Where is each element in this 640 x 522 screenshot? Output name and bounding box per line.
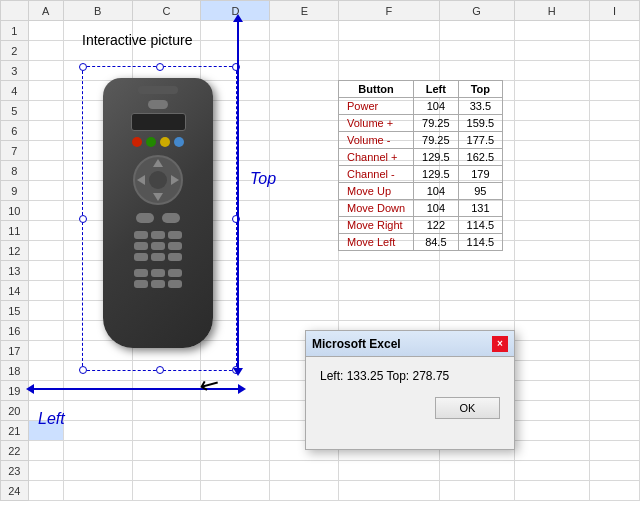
row-header-6[interactable]: 6 xyxy=(1,121,29,141)
cell-d21[interactable] xyxy=(201,421,270,441)
cell-e10[interactable] xyxy=(270,201,339,221)
cell-h12[interactable] xyxy=(514,241,589,261)
cell-c24[interactable] xyxy=(132,481,201,501)
cell-a18[interactable] xyxy=(28,361,63,381)
cell-e6[interactable] xyxy=(270,121,339,141)
cell-i2[interactable] xyxy=(589,41,639,61)
row-header-16[interactable]: 16 xyxy=(1,321,29,341)
cell-h10[interactable] xyxy=(514,201,589,221)
cell-e14[interactable] xyxy=(270,281,339,301)
cell-f2[interactable] xyxy=(339,41,439,61)
row-header-14[interactable]: 14 xyxy=(1,281,29,301)
row-header-18[interactable]: 18 xyxy=(1,361,29,381)
row-header-23[interactable]: 23 xyxy=(1,461,29,481)
cell-b20[interactable] xyxy=(63,401,132,421)
row-header-19[interactable]: 19 xyxy=(1,381,29,401)
cell-d1[interactable] xyxy=(201,21,270,41)
cell-c20[interactable] xyxy=(132,401,201,421)
cell-b21[interactable] xyxy=(63,421,132,441)
cell-a24[interactable] xyxy=(28,481,63,501)
row-header-17[interactable]: 17 xyxy=(1,341,29,361)
cell-g3[interactable] xyxy=(439,61,514,81)
cell-a15[interactable] xyxy=(28,301,63,321)
cell-h4[interactable] xyxy=(514,81,589,101)
col-header-b[interactable]: B xyxy=(63,1,132,21)
dialog-close-button[interactable]: × xyxy=(492,336,508,352)
cell-h16[interactable] xyxy=(514,321,589,341)
row-header-15[interactable]: 15 xyxy=(1,301,29,321)
cell-b19[interactable] xyxy=(63,381,132,401)
cell-f14[interactable] xyxy=(339,281,439,301)
row-header-21[interactable]: 21 xyxy=(1,421,29,441)
row-header-10[interactable]: 10 xyxy=(1,201,29,221)
cell-e9[interactable] xyxy=(270,181,339,201)
cell-a6[interactable] xyxy=(28,121,63,141)
cell-i4[interactable] xyxy=(589,81,639,101)
row-header-24[interactable]: 24 xyxy=(1,481,29,501)
col-header-g[interactable]: G xyxy=(439,1,514,21)
row-header-13[interactable]: 13 xyxy=(1,261,29,281)
cell-i8[interactable] xyxy=(589,161,639,181)
cell-e15[interactable] xyxy=(270,301,339,321)
cell-i10[interactable] xyxy=(589,201,639,221)
row-header-9[interactable]: 9 xyxy=(1,181,29,201)
cell-i13[interactable] xyxy=(589,261,639,281)
cell-i6[interactable] xyxy=(589,121,639,141)
cell-a12[interactable] xyxy=(28,241,63,261)
cell-a7[interactable] xyxy=(28,141,63,161)
cell-f13[interactable] xyxy=(339,261,439,281)
row-header-11[interactable]: 11 xyxy=(1,221,29,241)
cell-h23[interactable] xyxy=(514,461,589,481)
cell-g15[interactable] xyxy=(439,301,514,321)
cell-i1[interactable] xyxy=(589,21,639,41)
cell-b22[interactable] xyxy=(63,441,132,461)
cell-h17[interactable] xyxy=(514,341,589,361)
cell-f15[interactable] xyxy=(339,301,439,321)
cell-h7[interactable] xyxy=(514,141,589,161)
cell-h6[interactable] xyxy=(514,121,589,141)
cell-a4[interactable] xyxy=(28,81,63,101)
cell-e23[interactable] xyxy=(270,461,339,481)
cell-e11[interactable] xyxy=(270,221,339,241)
cell-i11[interactable] xyxy=(589,221,639,241)
row-header-4[interactable]: 4 xyxy=(1,81,29,101)
cell-h1[interactable] xyxy=(514,21,589,41)
cell-b23[interactable] xyxy=(63,461,132,481)
cell-b24[interactable] xyxy=(63,481,132,501)
cell-e12[interactable] xyxy=(270,241,339,261)
cell-g1[interactable] xyxy=(439,21,514,41)
cell-i15[interactable] xyxy=(589,301,639,321)
cell-g2[interactable] xyxy=(439,41,514,61)
cell-a2[interactable] xyxy=(28,41,63,61)
row-header-7[interactable]: 7 xyxy=(1,141,29,161)
cell-a10[interactable] xyxy=(28,201,63,221)
cell-a5[interactable] xyxy=(28,101,63,121)
cell-g14[interactable] xyxy=(439,281,514,301)
cell-d22[interactable] xyxy=(201,441,270,461)
row-header-12[interactable]: 12 xyxy=(1,241,29,261)
cell-i14[interactable] xyxy=(589,281,639,301)
cell-a16[interactable] xyxy=(28,321,63,341)
cell-a22[interactable] xyxy=(28,441,63,461)
cell-c22[interactable] xyxy=(132,441,201,461)
col-header-e[interactable]: E xyxy=(270,1,339,21)
row-header-2[interactable]: 2 xyxy=(1,41,29,61)
cell-i18[interactable] xyxy=(589,361,639,381)
remote-image[interactable] xyxy=(88,68,228,368)
cell-i22[interactable] xyxy=(589,441,639,461)
cell-c21[interactable] xyxy=(132,421,201,441)
cell-i5[interactable] xyxy=(589,101,639,121)
cell-a1[interactable] xyxy=(28,21,63,41)
cell-i17[interactable] xyxy=(589,341,639,361)
row-header-20[interactable]: 20 xyxy=(1,401,29,421)
cell-e5[interactable] xyxy=(270,101,339,121)
row-header-5[interactable]: 5 xyxy=(1,101,29,121)
cell-f24[interactable] xyxy=(339,481,439,501)
cell-i3[interactable] xyxy=(589,61,639,81)
cell-a14[interactable] xyxy=(28,281,63,301)
cell-h3[interactable] xyxy=(514,61,589,81)
cell-a3[interactable] xyxy=(28,61,63,81)
cell-h11[interactable] xyxy=(514,221,589,241)
row-header-22[interactable]: 22 xyxy=(1,441,29,461)
cell-e13[interactable] xyxy=(270,261,339,281)
